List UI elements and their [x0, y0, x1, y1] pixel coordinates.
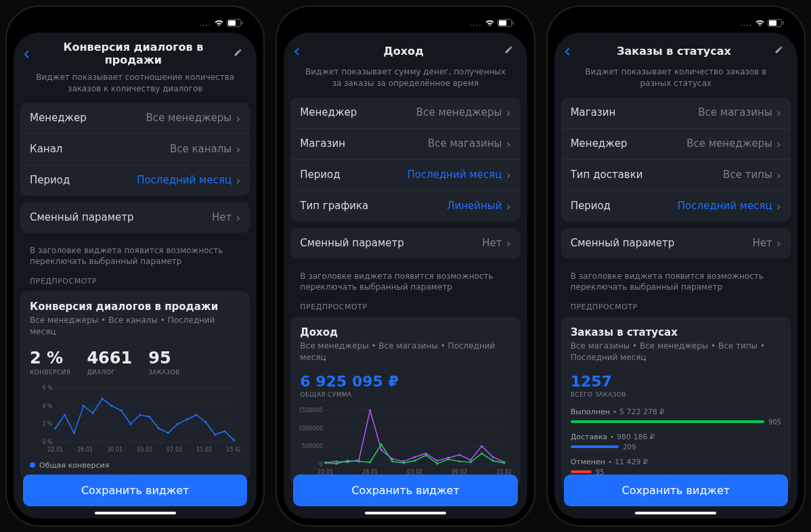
preview-section-label: ПРЕДПРОСМОТР	[290, 303, 520, 317]
setting-label: Тип графика	[300, 200, 447, 212]
svg-text:03.02: 03.02	[137, 447, 152, 453]
svg-point-69	[492, 456, 494, 458]
svg-point-25	[120, 409, 122, 412]
setting-manager[interactable]: МенеджерВсе менеджеры›	[20, 103, 250, 134]
svg-point-29	[158, 427, 160, 429]
svg-point-66	[458, 453, 460, 456]
svg-point-34	[204, 421, 206, 423]
save-button[interactable]: Сохранить виджет	[23, 474, 247, 506]
svg-point-71	[324, 462, 326, 464]
svg-point-21	[83, 405, 85, 407]
screen: ‹ Конверсия диалогов в продажи Виджет по…	[14, 32, 257, 518]
setting-variable-param[interactable]: Сменный параметрНет›	[20, 202, 250, 233]
setting-store[interactable]: МагазинВсе магазины›	[561, 97, 791, 129]
svg-point-19	[64, 414, 66, 416]
svg-text:15.02: 15.02	[226, 447, 240, 453]
metric: 4661ДИАЛОГ	[87, 349, 132, 376]
home-indicator[interactable]	[95, 512, 176, 514]
setting-store[interactable]: МагазинВсе магазины›	[290, 129, 520, 160]
content: МенеджерВсе менеджеры› МагазинВсе магази…	[284, 97, 527, 518]
bar-amount: • 980 186 ₽	[610, 433, 655, 441]
metric: 2 %КОНВЕРСИЯ	[30, 349, 70, 376]
save-button[interactable]: Сохранить виджет	[293, 474, 517, 506]
setting-value: Все типы	[723, 169, 772, 181]
bar-row: Отменен• 11 429 ₽ 95	[571, 458, 781, 476]
bar-count: 209	[623, 443, 636, 451]
setting-label: Период	[571, 200, 678, 212]
phone-frame: .... ‹ Заказы в статусах Виджет показыва…	[548, 7, 804, 525]
setting-chart-type[interactable]: Тип графикаЛинейный›	[290, 191, 520, 221]
setting-period[interactable]: ПериодПоследний месяц›	[561, 191, 791, 221]
setting-variable-param[interactable]: Сменный параметрНет›	[561, 228, 791, 259]
setting-label: Магазин	[571, 106, 699, 118]
header: ‹ Конверсия диалогов в продажи	[14, 32, 257, 72]
bar-name: Доставка	[571, 433, 607, 441]
svg-point-31	[177, 423, 179, 425]
setting-label: Магазин	[300, 137, 428, 150]
preview-title: Доход	[300, 326, 510, 338]
setting-label: Менеджер	[571, 137, 687, 150]
page-title: Заказы в статусах	[577, 45, 770, 58]
setting-value: Все менеджеры	[146, 112, 232, 124]
status-bar: ....	[14, 14, 257, 32]
svg-text:30.01: 30.01	[107, 447, 123, 453]
metric-label: ВСЕГО ЗАКАЗОВ	[571, 391, 781, 398]
svg-point-33	[195, 414, 197, 416]
svg-point-27	[139, 414, 141, 416]
setting-label: Менеджер	[300, 106, 416, 118]
svg-point-75	[369, 461, 371, 463]
home-indicator[interactable]	[635, 512, 716, 514]
setting-manager[interactable]: МенеджерВсе менеджеры›	[290, 97, 520, 129]
save-button-wrap: Сохранить виджет	[23, 474, 247, 506]
preview-section-label: ПРЕДПРОСМОТР	[561, 303, 791, 317]
setting-period[interactable]: ПериодПоследний месяц›	[20, 165, 250, 196]
svg-point-87	[503, 462, 505, 464]
back-button[interactable]: ‹	[20, 43, 32, 64]
home-indicator[interactable]	[365, 512, 446, 514]
edit-button[interactable]	[504, 44, 518, 58]
edit-button[interactable]	[774, 44, 788, 58]
setting-variable-param[interactable]: Сменный параметрНет›	[290, 228, 520, 259]
setting-channel[interactable]: КаналВсе каналы›	[20, 134, 250, 165]
setting-value: Все магазины	[698, 106, 772, 118]
setting-value: Последний месяц	[678, 200, 772, 212]
preview-card: Доход Все менеджеры • Все магазины • Пос…	[290, 317, 520, 487]
setting-value: Линейный	[447, 200, 502, 212]
metric-value: 1257	[571, 373, 781, 390]
svg-point-23	[102, 397, 104, 399]
back-button[interactable]: ‹	[290, 41, 303, 61]
header: ‹ Заказы в статусах	[554, 32, 797, 66]
svg-text:500000: 500000	[302, 443, 323, 449]
setting-label: Тип доставки	[571, 169, 723, 181]
setting-delivery-type[interactable]: Тип доставкиВсе типы›	[561, 160, 791, 191]
edit-button[interactable]	[234, 47, 247, 60]
chevron-right-icon: ›	[506, 236, 510, 250]
bar-fill	[571, 470, 592, 473]
setting-period[interactable]: ПериодПоследний месяц›	[290, 160, 520, 191]
save-button[interactable]: Сохранить виджет	[564, 474, 788, 506]
bar-fill	[571, 420, 764, 423]
back-button[interactable]: ‹	[561, 41, 573, 61]
setting-value: Нет	[482, 237, 502, 249]
metric: 1257 ВСЕГО ЗАКАЗОВ	[571, 373, 781, 398]
svg-text:0: 0	[320, 462, 323, 468]
svg-rect-39	[499, 20, 506, 26]
svg-rect-40	[512, 22, 514, 25]
wifi-icon	[755, 20, 765, 27]
setting-value: Все каналы	[170, 143, 232, 155]
svg-point-68	[481, 445, 483, 447]
svg-point-30	[167, 432, 169, 434]
svg-point-72	[336, 462, 338, 464]
chevron-right-icon: ›	[776, 236, 781, 250]
setting-label: Сменный параметр	[30, 211, 212, 223]
battery-icon	[498, 19, 514, 27]
setting-manager[interactable]: МенеджерВсе менеджеры›	[561, 129, 791, 160]
signal-dots-icon: ....	[199, 19, 211, 28]
svg-point-79	[414, 460, 416, 462]
metric-value: 6 925 095 ₽	[300, 373, 510, 390]
chevron-right-icon: ›	[506, 137, 510, 151]
settings-group: Сменный параметрНет›	[290, 228, 520, 259]
phone-frame: .... ‹ Конверсия диалогов в продажи Видж…	[7, 7, 263, 525]
setting-value: Нет	[212, 211, 232, 223]
chevron-right-icon: ›	[776, 137, 781, 151]
